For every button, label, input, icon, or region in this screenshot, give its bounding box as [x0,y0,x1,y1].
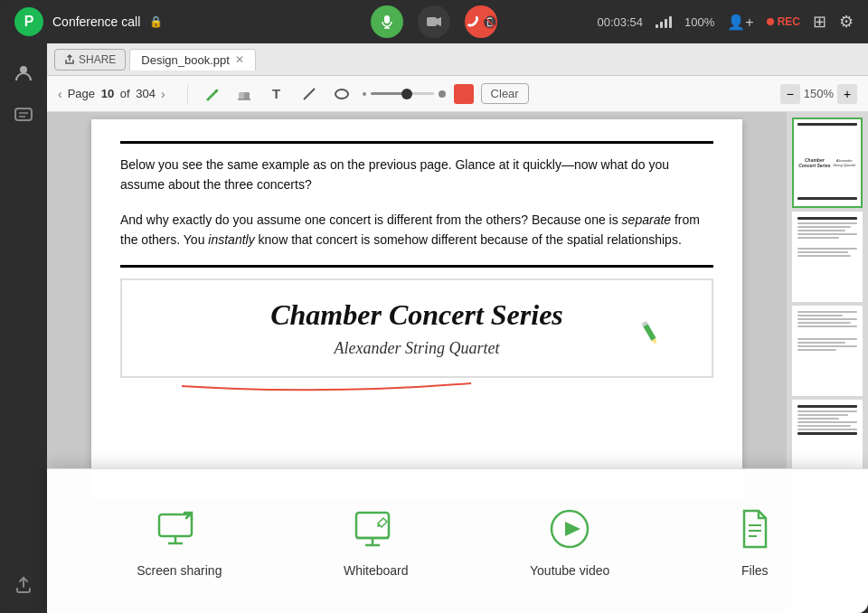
text-tool-button[interactable]: T [264,81,289,107]
grid-icon[interactable]: ⊞ [813,12,826,32]
zoom-in-button[interactable]: + [837,84,857,104]
screen-sharing-label: Screen sharing [137,563,222,578]
thickness-slider[interactable] [362,89,447,99]
screen-sharing-item[interactable]: Screen sharing [118,495,240,589]
title-bar-left: P Conference call 🔒 [14,7,163,36]
svg-line-12 [304,89,315,99]
rec-dot [767,18,774,25]
mic-button[interactable] [371,5,403,38]
rec-badge: REC [767,15,800,28]
signal-bar-1 [656,24,658,28]
clear-button[interactable]: Clear [481,83,529,104]
signal-bar-3 [665,19,667,28]
concert-subtitle: Alexander String Quartet [151,339,683,358]
svg-point-15 [439,90,446,98]
page-info: Page 10 of 304 [68,87,156,100]
rec-label: REC [778,15,800,28]
title-bar: P Conference call 🔒 [0,0,868,43]
color-swatch-red[interactable] [454,84,474,104]
title-bar-center: 📵 [371,5,497,38]
annotation-toolbar: ‹ Page 10 of 304 › [47,76,868,112]
thumbnail-2[interactable] [792,212,863,302]
next-page-button[interactable]: › [161,87,165,101]
title-bar-right: 00:03:54 100% 👤+ REC ⊞ ⚙ [597,12,854,32]
signal-bars [656,15,672,28]
svg-point-13 [335,90,348,99]
signal-strength: 100% [684,15,714,29]
conference-title: Conference call [52,14,140,29]
oval-tool-button[interactable] [329,81,354,107]
concert-title: Chamber Concert Series [151,298,683,332]
doc-bottom-line [120,265,713,268]
files-icon [731,505,778,552]
svg-marker-27 [565,522,580,536]
gear-icon[interactable]: ⚙ [839,12,854,32]
app-window: P Conference call 🔒 [0,0,868,613]
eraser-tool-button[interactable] [231,81,257,107]
signal-bar-4 [669,16,672,28]
svg-marker-4 [437,17,441,26]
youtube-video-item[interactable]: Youtube video [512,495,627,589]
files-label: Files [741,563,769,578]
svg-point-14 [363,92,366,96]
share-label: SHARE [79,53,116,66]
whiteboard-item[interactable]: Whiteboard [326,495,427,589]
whiteboard-icon [353,505,400,552]
lock-icon: 🔒 [149,15,163,28]
sidebar [0,43,47,613]
sidebar-item-upload[interactable] [5,566,42,602]
zoom-out-button[interactable]: − [780,84,800,104]
youtube-video-label: Youtube video [530,563,609,578]
pencil-tool-button[interactable] [199,81,224,107]
paragraph-2: And why exactly do you assume one concer… [120,210,713,250]
camera-button[interactable] [418,5,450,38]
prev-page-button[interactable]: ‹ [58,87,62,101]
share-button[interactable]: SHARE [54,49,126,71]
concert-box: Chamber Concert Series Alexander String … [120,278,713,378]
app-logo: P [14,7,43,36]
thumbnail-1[interactable]: Chamber Concert SeriesAlexander String Q… [792,118,863,208]
svg-rect-3 [427,17,437,26]
zoom-control: − 150% + [780,84,857,104]
svg-rect-10 [244,92,250,99]
youtube-video-icon [546,505,593,552]
timer-display: 00:03:54 [597,15,643,29]
tab-close-icon[interactable]: ✕ [235,53,244,66]
sidebar-item-avatar[interactable] [5,54,42,90]
signal-bar-2 [660,22,663,28]
files-item[interactable]: Files [713,495,797,589]
add-user-icon[interactable]: 👤+ [727,14,753,31]
page-navigation: ‹ Page 10 of 304 › [58,87,165,101]
whiteboard-label: Whiteboard [344,563,409,578]
sidebar-item-chat[interactable] [5,98,42,134]
line-tool-button[interactable] [297,81,322,107]
svg-rect-0 [384,15,390,24]
tabs-bar: SHARE Design_book.ppt ✕ [47,43,868,76]
paragraph-1: Below you see the same example as on the… [120,155,713,195]
active-tab[interactable]: Design_book.ppt ✕ [129,49,256,71]
doc-top-line [120,141,713,144]
sharing-overlay: Screen sharing Whiteboard [47,468,868,613]
hang-up-button[interactable]: 📵 [465,5,497,38]
tab-label: Design_book.ppt [141,53,230,67]
zoom-level: 150% [804,87,834,100]
svg-point-5 [20,66,27,73]
separator-1 [187,85,188,103]
svg-rect-6 [15,108,32,120]
screen-sharing-icon [156,505,203,552]
document-page: Below you see the same example as on the… [91,119,742,499]
thumbnail-3[interactable] [792,306,863,396]
